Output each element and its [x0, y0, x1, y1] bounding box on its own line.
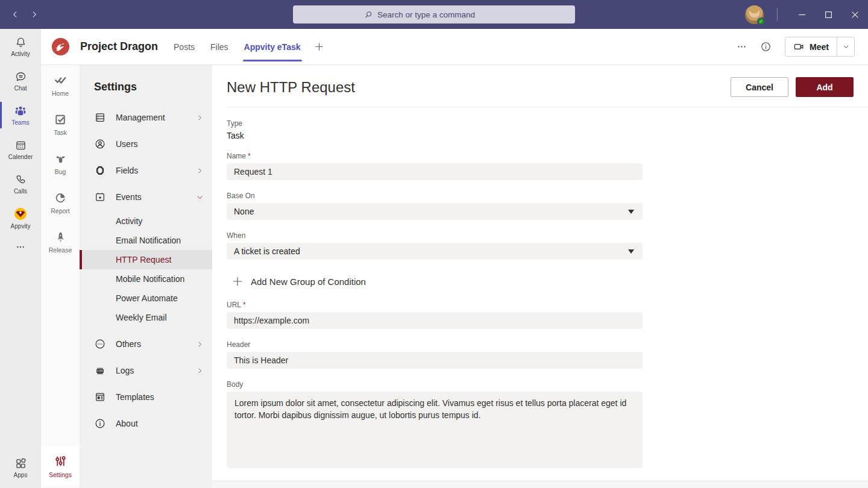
when-dropdown[interactable]: A ticket is created — [227, 243, 643, 260]
module-item-home[interactable]: Home — [41, 66, 80, 104]
calendar-icon — [14, 139, 27, 152]
page-title: New HTTP Request — [227, 79, 731, 96]
meet-label: Meet — [810, 42, 829, 52]
meet-dropdown-icon[interactable] — [837, 37, 854, 56]
rail-item-appvity[interactable]: Appvity — [0, 201, 41, 235]
maximize-icon[interactable] — [815, 0, 841, 29]
chevron-right-icon[interactable] — [196, 167, 204, 175]
add-condition-button[interactable]: Add New Group of Condition — [231, 275, 643, 287]
search-input[interactable] — [377, 10, 504, 19]
chat-icon — [14, 70, 27, 83]
field-name: Name* — [227, 152, 643, 180]
settings-nav-item-management[interactable]: Management — [80, 104, 212, 131]
settings-nav-subitem-activity[interactable]: Activity — [80, 211, 212, 231]
rail-item-teams[interactable]: Teams — [0, 98, 41, 132]
module-item-release[interactable]: Release — [41, 222, 80, 261]
field-type: Type Task — [227, 119, 643, 140]
settings-nav-subitem-weekly-email[interactable]: Weekly Email — [80, 308, 212, 327]
home-icon — [53, 73, 68, 87]
body-textarea[interactable]: Lorem ipsum dolor sit amet, consectetur … — [227, 392, 643, 468]
close-icon[interactable] — [841, 0, 868, 29]
module-item-bug[interactable]: Bug — [41, 144, 80, 183]
team-name: Project Dragon — [80, 40, 158, 53]
http-request-form: Type Task Name* Base On None When A tick… — [212, 107, 643, 471]
camera-icon — [793, 41, 805, 52]
settings-sliders-icon — [53, 454, 68, 469]
settings-nav-subitem-power-automate[interactable]: Power Automate — [80, 289, 212, 308]
settings-nav-item-fields[interactable]: Fields — [80, 157, 212, 184]
rail-item-activity[interactable]: Activity — [0, 30, 41, 63]
module-item-settings[interactable]: Settings — [41, 446, 80, 486]
rail-item-apps[interactable]: Apps — [0, 451, 41, 484]
titlebar: ✓ — [0, 0, 868, 29]
settings-nav-item-events[interactable]: Events — [80, 184, 212, 210]
others-icon — [94, 338, 106, 350]
fields-icon — [94, 164, 106, 177]
settings-nav-subitem-email-notification[interactable]: Email Notification — [80, 231, 212, 250]
field-header: Header — [227, 340, 643, 369]
back-icon[interactable] — [10, 9, 20, 20]
rail-item-calendar[interactable]: Calender — [0, 133, 41, 166]
add-button[interactable]: Add — [796, 77, 854, 97]
settings-nav-title: Settings — [94, 81, 212, 93]
module-item-report[interactable]: Report — [41, 183, 80, 222]
settings-nav-item-others[interactable]: Others — [80, 331, 212, 357]
field-base-on: Base On None — [227, 192, 643, 220]
meet-split-button: Meet — [785, 37, 855, 57]
settings-nav: Settings Management Users Fields Events … — [80, 65, 212, 488]
settings-nav-subitem-http-request[interactable]: HTTP Request — [80, 250, 212, 269]
rail-more-icon[interactable] — [0, 235, 41, 259]
chevron-down-icon[interactable] — [196, 193, 204, 201]
task-icon — [54, 113, 68, 127]
add-tab-icon[interactable] — [314, 42, 324, 52]
release-icon — [54, 230, 68, 244]
info-icon[interactable] — [760, 41, 772, 52]
logs-icon: LOG — [94, 364, 106, 377]
rail-item-chat[interactable]: Chat — [0, 64, 41, 98]
required-marker: * — [243, 301, 246, 309]
avatar[interactable]: ✓ — [745, 5, 764, 24]
name-input[interactable] — [227, 163, 643, 180]
meet-button[interactable]: Meet — [785, 37, 837, 56]
templates-icon — [94, 391, 106, 403]
forward-icon[interactable] — [29, 9, 40, 20]
team-header: Project Dragon Posts Files Appvity eTask… — [41, 29, 868, 65]
chevron-right-icon[interactable] — [196, 114, 204, 122]
minimize-icon[interactable] — [788, 0, 815, 29]
settings-nav-subitem-mobile-notification[interactable]: Mobile Notification — [80, 269, 212, 289]
url-input[interactable] — [227, 312, 643, 329]
chevron-right-icon[interactable] — [196, 340, 204, 348]
base-on-dropdown[interactable]: None — [227, 203, 643, 220]
app-rail: Activity Chat Teams Calender Calls Appvi… — [0, 29, 41, 488]
cancel-button[interactable]: Cancel — [731, 77, 788, 97]
tab-posts[interactable]: Posts — [174, 29, 195, 65]
horizontal-scrollbar[interactable] — [212, 481, 868, 488]
required-marker: * — [248, 152, 251, 160]
users-icon — [94, 138, 106, 150]
more-options-icon[interactable] — [737, 42, 747, 52]
field-when: When A ticket is created — [227, 231, 643, 260]
settings-nav-item-templates[interactable]: Templates — [80, 384, 212, 410]
tab-files[interactable]: Files — [210, 29, 228, 65]
events-sub-list: Activity Email Notification HTTP Request… — [80, 211, 212, 327]
header-input[interactable] — [227, 352, 643, 369]
type-value: Task — [227, 131, 643, 140]
settings-nav-item-logs[interactable]: LOG Logs — [80, 357, 212, 384]
presence-available-icon: ✓ — [757, 17, 765, 25]
module-item-task[interactable]: Task — [41, 105, 80, 143]
svg-text:LOG: LOG — [97, 369, 103, 372]
bell-icon — [14, 36, 27, 49]
chevron-right-icon[interactable] — [196, 367, 204, 375]
phone-icon — [14, 174, 27, 186]
settings-nav-item-about[interactable]: About — [80, 410, 212, 437]
tab-appvity-etask[interactable]: Appvity eTask — [244, 29, 301, 65]
field-body: Body Lorem ipsum dolor sit amet, consect… — [227, 380, 643, 471]
about-icon — [94, 418, 106, 430]
command-search[interactable] — [293, 5, 575, 23]
events-icon — [94, 191, 106, 203]
search-icon — [364, 10, 373, 19]
project-dragon-logo — [51, 37, 70, 56]
apps-icon — [14, 457, 27, 470]
settings-nav-item-users[interactable]: Users — [80, 131, 212, 157]
rail-item-calls[interactable]: Calls — [0, 167, 41, 201]
